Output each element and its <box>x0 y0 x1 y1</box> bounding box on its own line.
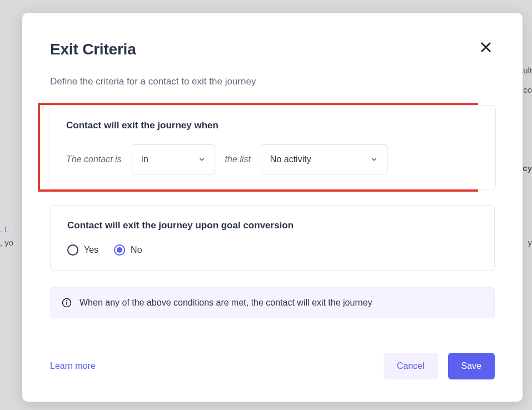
close-button[interactable] <box>477 41 495 57</box>
radio-yes[interactable]: Yes <box>67 244 98 256</box>
list-select[interactable]: No activity <box>261 144 387 174</box>
radio-no-label: No <box>131 245 142 255</box>
radio-circle-selected-icon <box>114 244 125 256</box>
chevron-down-icon <box>370 156 378 163</box>
modal-subtitle: Define the criteria for a contact to exi… <box>50 76 495 87</box>
footer-buttons: Cancel Save <box>384 353 495 379</box>
criteria-row: The contact is In the list No activity <box>66 144 479 174</box>
modal-title: Exit Criteria <box>50 41 136 58</box>
radio-circle-icon <box>67 244 78 256</box>
save-button[interactable]: Save <box>448 353 495 379</box>
cancel-button[interactable]: Cancel <box>384 353 438 379</box>
svg-point-2 <box>67 301 67 301</box>
close-icon <box>479 41 493 54</box>
info-icon <box>62 298 72 308</box>
radio-yes-label: Yes <box>84 245 98 255</box>
modal-footer: Learn more Cancel Save <box>50 333 495 379</box>
learn-more-link[interactable]: Learn more <box>50 361 96 371</box>
modal-header: Exit Criteria <box>50 41 495 58</box>
exit-condition-card: Contact will exit the journey when The c… <box>49 105 496 189</box>
highlighted-section: Contact will exit the journey when The c… <box>38 103 478 192</box>
info-text: When any of the above conditions are met… <box>79 298 372 308</box>
goal-conversion-card: Contact will exit the journey upon goal … <box>50 205 495 271</box>
exit-condition-title: Contact will exit the journey when <box>66 120 479 131</box>
exit-criteria-modal: Exit Criteria Define the criteria for a … <box>22 13 523 402</box>
list-select-value: No activity <box>270 154 311 164</box>
lead-label: The contact is <box>66 154 122 164</box>
goal-conversion-title: Contact will exit the journey upon goal … <box>67 220 478 231</box>
mid-label: the list <box>225 154 251 164</box>
radio-no[interactable]: No <box>114 244 142 256</box>
contact-state-select[interactable]: In <box>132 144 215 174</box>
contact-state-value: In <box>141 154 148 164</box>
info-bar: When any of the above conditions are met… <box>50 287 495 318</box>
chevron-down-icon <box>198 156 206 163</box>
goal-conversion-radio-group: Yes No <box>67 244 478 256</box>
